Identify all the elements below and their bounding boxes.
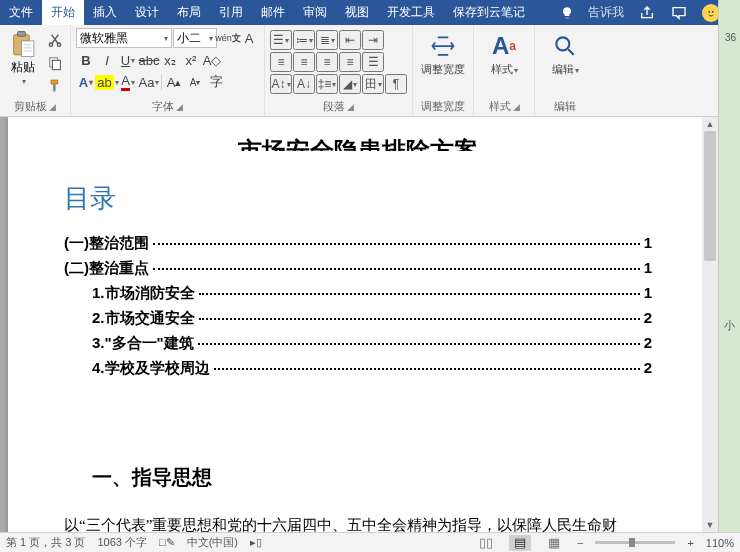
adjust-width-button[interactable]: 调整宽度	[418, 28, 468, 77]
tab-layout[interactable]: 布局	[168, 0, 210, 25]
status-spellcheck-icon[interactable]: □✎	[159, 536, 175, 549]
superscript-button[interactable]: x²	[181, 50, 201, 70]
align-left-button[interactable]: ≡	[270, 52, 292, 72]
bullets-button[interactable]: ☰▾	[270, 30, 292, 50]
borders-button[interactable]: 田▾	[362, 74, 384, 94]
bold-button[interactable]: B	[76, 50, 96, 70]
toc-entry[interactable]: 2.市场交通安全2	[64, 309, 652, 328]
clear-format-button[interactable]: A◇	[202, 50, 222, 70]
shading-button[interactable]: ◢▾	[339, 74, 361, 94]
document-title: 市场安全隐患排除方案	[64, 117, 652, 151]
justify-button[interactable]: ≡	[339, 52, 361, 72]
tab-save-cloud[interactable]: 保存到云笔记	[444, 0, 534, 25]
zoom-slider[interactable]	[595, 541, 675, 544]
svg-point-9	[556, 37, 569, 50]
decrease-indent-button[interactable]: ⇤	[339, 30, 361, 50]
char-border-button[interactable]: A	[239, 28, 259, 48]
tab-references[interactable]: 引用	[210, 0, 252, 25]
svg-rect-4	[21, 41, 33, 57]
enclose-char-button[interactable]: 字	[206, 72, 226, 92]
comment-icon[interactable]	[670, 4, 688, 22]
text-direction-button[interactable]: A↕▾	[270, 74, 292, 94]
toc-entry[interactable]: 1.市场消防安全1	[64, 284, 652, 303]
numbering-button[interactable]: ≔▾	[293, 30, 315, 50]
toc-entry[interactable]: (二)整治重点1	[64, 259, 652, 278]
page[interactable]: 市场安全隐患排除方案 目录 (一)整治范围1 (二)整治重点1 1.市场消防安全…	[8, 117, 708, 532]
status-macro-icon[interactable]: ▸▯	[250, 536, 262, 549]
toc-entry[interactable]: 4.学校及学校周边2	[64, 359, 652, 378]
paste-button[interactable]: 粘贴▾	[5, 28, 41, 96]
underline-button[interactable]: U▾	[118, 50, 138, 70]
scroll-up-icon[interactable]: ▲	[702, 117, 718, 131]
tab-home[interactable]: 开始	[42, 0, 84, 25]
clipboard-launcher-icon[interactable]: ◢	[49, 102, 56, 112]
text-effects-button[interactable]: A▾	[76, 72, 96, 92]
distribute-button[interactable]: ☰	[362, 52, 384, 72]
align-center-button[interactable]: ≡	[293, 52, 315, 72]
tab-review[interactable]: 审阅	[294, 0, 336, 25]
document-area: 市场安全隐患排除方案 目录 (一)整治范围1 (二)整治重点1 1.市场消防安全…	[0, 117, 718, 532]
vertical-scrollbar[interactable]: ▲ ▼	[702, 117, 718, 532]
zoom-in-button[interactable]: +	[687, 537, 693, 549]
cut-button[interactable]	[45, 30, 65, 50]
toc-entry[interactable]: (一)整治范围1	[64, 234, 652, 253]
highlight-button[interactable]: ab▾	[97, 72, 117, 92]
view-web-button[interactable]: ▦	[543, 535, 565, 551]
status-language[interactable]: 中文(中国)	[187, 535, 238, 550]
phonetic-guide-button[interactable]: wén文	[218, 28, 238, 48]
format-painter-button[interactable]	[45, 76, 65, 96]
editing-button[interactable]: 编辑▾	[540, 28, 590, 77]
status-page[interactable]: 第 1 页，共 3 页	[6, 535, 85, 550]
char-scale-button[interactable]: Aa▾	[139, 72, 159, 92]
copy-button[interactable]	[45, 53, 65, 73]
increase-indent-button[interactable]: ⇥	[362, 30, 384, 50]
paste-label: 粘贴	[11, 59, 35, 76]
multilevel-button[interactable]: ≣▾	[316, 30, 338, 50]
svg-point-5	[49, 43, 52, 46]
show-marks-button[interactable]: ¶	[385, 74, 407, 94]
zoom-level[interactable]: 110%	[706, 537, 734, 549]
svg-point-0	[708, 10, 710, 12]
font-size-combo[interactable]: 小二▾	[173, 28, 217, 48]
tell-me-label[interactable]: 告诉我	[588, 4, 624, 21]
tab-insert[interactable]: 插入	[84, 0, 126, 25]
share-icon[interactable]	[638, 4, 656, 22]
grow-font-button[interactable]: A▴	[164, 72, 184, 92]
side-panel-number: 36	[725, 32, 736, 43]
sort-button[interactable]: A↓	[293, 74, 315, 94]
font-name-combo[interactable]: 微软雅黑▾	[76, 28, 172, 48]
svg-point-6	[57, 43, 60, 46]
shrink-font-button[interactable]: A▾	[185, 72, 205, 92]
group-font: 微软雅黑▾ 小二▾ wén文 A B I U▾ abc x₂ x² A◇ A▾ …	[71, 25, 265, 116]
ribbon-tabs: 文件 开始 插入 设计 布局 引用 邮件 审阅 视图 开发工具 保存到云笔记	[0, 0, 534, 25]
italic-button[interactable]: I	[97, 50, 117, 70]
styles-launcher-icon[interactable]: ◢	[513, 102, 520, 112]
align-right-button[interactable]: ≡	[316, 52, 338, 72]
tab-file[interactable]: 文件	[0, 0, 42, 25]
scroll-thumb[interactable]	[704, 131, 716, 261]
scroll-down-icon[interactable]: ▼	[702, 518, 718, 532]
strike-button[interactable]: abc	[139, 50, 159, 70]
tab-design[interactable]: 设计	[126, 0, 168, 25]
body-text: 以“三个代表”重要思想和党的十六届四中、五中全会精神为指导，以保障人民生命财	[64, 513, 652, 532]
group-editing: 编辑▾ 编辑	[535, 25, 595, 116]
view-print-button[interactable]: ▤	[509, 535, 531, 551]
lightbulb-icon[interactable]	[560, 6, 574, 20]
tab-mailings[interactable]: 邮件	[252, 0, 294, 25]
side-panel: 36 小	[718, 0, 740, 532]
group-clipboard-label: 剪贴板	[14, 99, 47, 114]
tab-devtools[interactable]: 开发工具	[378, 0, 444, 25]
paragraph-launcher-icon[interactable]: ◢	[347, 102, 354, 112]
styles-button[interactable]: Aa 样式▾	[479, 28, 529, 77]
font-color-button[interactable]: A▾	[118, 72, 138, 92]
toc-entry[interactable]: 3."多合一"建筑2	[64, 334, 652, 353]
subscript-button[interactable]: x₂	[160, 50, 180, 70]
font-launcher-icon[interactable]: ◢	[176, 102, 183, 112]
zoom-out-button[interactable]: −	[577, 537, 583, 549]
group-font-label: 字体	[152, 99, 174, 114]
line-spacing-button[interactable]: ‡≡▾	[316, 74, 338, 94]
status-word-count[interactable]: 1063 个字	[97, 535, 147, 550]
tab-view[interactable]: 视图	[336, 0, 378, 25]
view-read-button[interactable]: ▯▯	[475, 535, 497, 551]
title-bar: 文件 开始 插入 设计 布局 引用 邮件 审阅 视图 开发工具 保存到云笔记 告…	[0, 0, 740, 25]
